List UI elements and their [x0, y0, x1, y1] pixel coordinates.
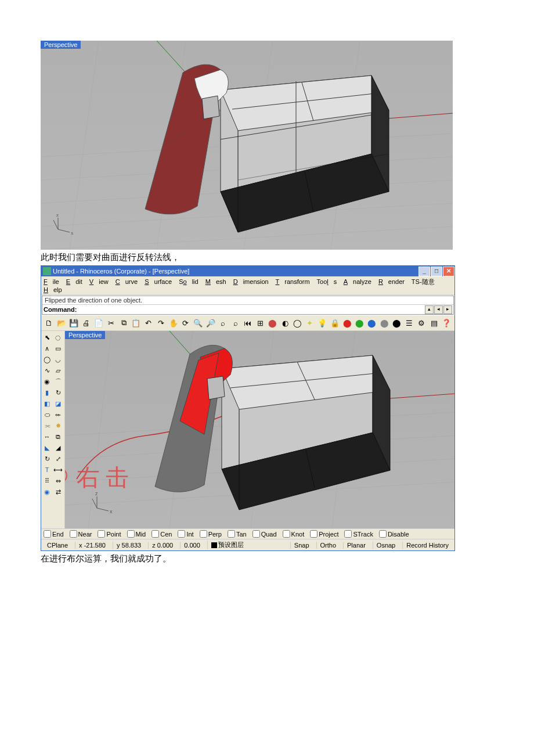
zoom-prev-icon[interactable]: ⏮ — [242, 317, 253, 329]
menu-tools[interactable]: Tools — [317, 278, 337, 285]
doc-props-icon[interactable]: ▤ — [428, 317, 439, 329]
osnap-project[interactable]: Project — [310, 530, 338, 538]
print-icon[interactable]: 🖨 — [81, 317, 92, 329]
layer-green-icon[interactable]: ⬤ — [354, 317, 365, 329]
ghosted-icon[interactable]: ◯ — [292, 317, 303, 329]
help-icon[interactable]: ❓ — [441, 317, 452, 329]
options-icon[interactable]: ☰ — [403, 317, 414, 329]
viewport-perspective-main[interactable]: Perspective — [65, 331, 454, 528]
menu-solid[interactable]: Solid — [179, 278, 198, 285]
solid-icon[interactable]: ◪ — [53, 398, 63, 409]
xray-icon[interactable]: ✦ — [304, 317, 315, 329]
flip-icon[interactable]: ⇄ — [53, 487, 63, 497]
polyline-icon[interactable]: ∧ — [42, 343, 52, 354]
osnap-point[interactable]: Point — [98, 530, 121, 538]
text-icon[interactable]: T — [42, 465, 52, 475]
zoom-sel-icon[interactable]: 🔍 — [193, 317, 204, 329]
minimize-button[interactable]: _ — [418, 267, 430, 276]
osnap-quad[interactable]: Quad — [252, 530, 277, 538]
rect-icon[interactable]: ▭ — [53, 343, 63, 354]
osnap-end[interactable]: End — [44, 530, 64, 538]
menu-help[interactable]: Help — [44, 286, 62, 293]
trim-icon[interactable]: ◣ — [42, 442, 52, 453]
lasso-icon[interactable]: ◌ — [53, 332, 63, 343]
close-button[interactable]: ✕ — [443, 267, 454, 276]
shade-icon[interactable]: ◐ — [279, 317, 290, 329]
new-icon[interactable]: 🗋 — [44, 317, 55, 329]
pointer-icon[interactable]: ⬉ — [42, 332, 52, 343]
menu-transform[interactable]: Transform — [276, 278, 310, 285]
osnap-near[interactable]: Near — [70, 530, 92, 538]
render-icon[interactable]: ⬤ — [267, 317, 278, 329]
menu-mesh[interactable]: Mesh — [205, 278, 226, 285]
status-ortho[interactable]: Ortho — [316, 542, 340, 549]
osnap-tan[interactable]: Tan — [228, 530, 247, 538]
join-icon[interactable]: ⫘ — [42, 420, 52, 431]
open-icon[interactable]: 📂 — [56, 317, 67, 329]
status-snap[interactable]: Snap — [290, 542, 313, 549]
menu-edit[interactable]: Edit — [66, 278, 82, 285]
sphere-icon[interactable]: ◉ — [42, 376, 52, 387]
scale-icon[interactable]: ⤢ — [53, 453, 63, 464]
maximize-button[interactable]: □ — [431, 267, 442, 276]
plane-icon[interactable]: ▱ — [53, 365, 63, 376]
layer-blue-icon[interactable]: ⬤ — [366, 317, 377, 329]
menu-file[interactable]: File — [44, 278, 59, 285]
cmd-next-button[interactable]: ▸ — [443, 305, 452, 314]
zoom-dyn-icon[interactable]: ⌕ — [230, 317, 241, 329]
cmd-up-button[interactable]: ▴ — [425, 305, 434, 314]
osnap-disable[interactable]: Disable — [379, 530, 409, 538]
menu-render[interactable]: Render — [378, 278, 405, 285]
array-icon[interactable]: ⠿ — [42, 476, 52, 486]
menu-curve[interactable]: Curve — [116, 278, 138, 285]
status-record[interactable]: Record History — [402, 542, 452, 549]
extrude-icon[interactable]: ▮ — [42, 387, 52, 398]
redo-icon[interactable]: ↷ — [156, 317, 167, 329]
zoom-win-icon[interactable]: ⌕ — [217, 317, 228, 329]
osnap-int[interactable]: Int — [178, 530, 193, 538]
zoom-ext-icon[interactable]: 🔎 — [205, 317, 216, 329]
circle-icon[interactable]: ◯ — [42, 354, 52, 365]
save-icon[interactable]: 💾 — [68, 317, 80, 329]
cylinder-icon[interactable]: ⬭ — [42, 409, 52, 420]
osnap-mid[interactable]: Mid — [127, 530, 146, 538]
lock-icon[interactable]: 🔒 — [329, 317, 340, 329]
move-icon[interactable]: ↔ — [42, 431, 52, 442]
menu-analyze[interactable]: Analyze — [344, 278, 371, 285]
cut-icon[interactable]: ✂ — [106, 317, 117, 329]
osnap-knot[interactable]: Knot — [283, 530, 305, 538]
status-planar[interactable]: Planar — [343, 542, 369, 549]
layer-black-icon[interactable]: ⬤ — [391, 317, 402, 329]
arc-icon[interactable]: ◡ — [53, 354, 63, 365]
layer-grey-icon[interactable]: ⬤ — [379, 317, 390, 329]
osnap-cen[interactable]: Cen — [151, 530, 172, 538]
rotate-icon[interactable]: ⟳ — [180, 317, 191, 329]
osnap-strack[interactable]: STrack — [344, 530, 373, 538]
menu-view[interactable]: View — [89, 278, 109, 285]
doc-icon[interactable]: 📄 — [93, 317, 104, 329]
four-view-icon[interactable]: ⊞ — [255, 317, 266, 329]
dir-icon[interactable]: ◉ — [42, 487, 52, 497]
light-icon[interactable]: 💡 — [317, 317, 328, 329]
mirror-icon[interactable]: ⇔ — [53, 476, 63, 486]
command-input[interactable] — [78, 305, 424, 314]
paste-icon[interactable]: 📋 — [131, 317, 142, 329]
cmd-prev-button[interactable]: ◂ — [434, 305, 443, 314]
menu-surface[interactable]: Surface — [145, 278, 172, 285]
copy-icon[interactable]: ⧉ — [118, 317, 129, 329]
copy2-icon[interactable]: ⧉ — [53, 431, 63, 442]
layer-red-icon[interactable]: ⬤ — [341, 317, 352, 329]
split-icon[interactable]: ◢ — [53, 442, 63, 453]
pan-icon[interactable]: ✋ — [168, 317, 179, 329]
gear-icon[interactable]: ⚙ — [416, 317, 427, 329]
box-icon[interactable]: ◧ — [42, 398, 52, 409]
loft-icon[interactable]: ⌒ — [53, 376, 63, 387]
torus-icon[interactable]: ⬰ — [53, 409, 63, 420]
curve-icon[interactable]: ∿ — [42, 365, 52, 376]
menu-ts[interactable]: TS-随意 — [412, 278, 435, 285]
revolve-icon[interactable]: ↻ — [53, 387, 63, 398]
rotate2-icon[interactable]: ↻ — [42, 453, 52, 464]
status-layer[interactable]: 预设图层 — [207, 541, 247, 549]
status-osnap[interactable]: Osnap — [373, 542, 399, 549]
osnap-perp[interactable]: Perp — [200, 530, 222, 538]
